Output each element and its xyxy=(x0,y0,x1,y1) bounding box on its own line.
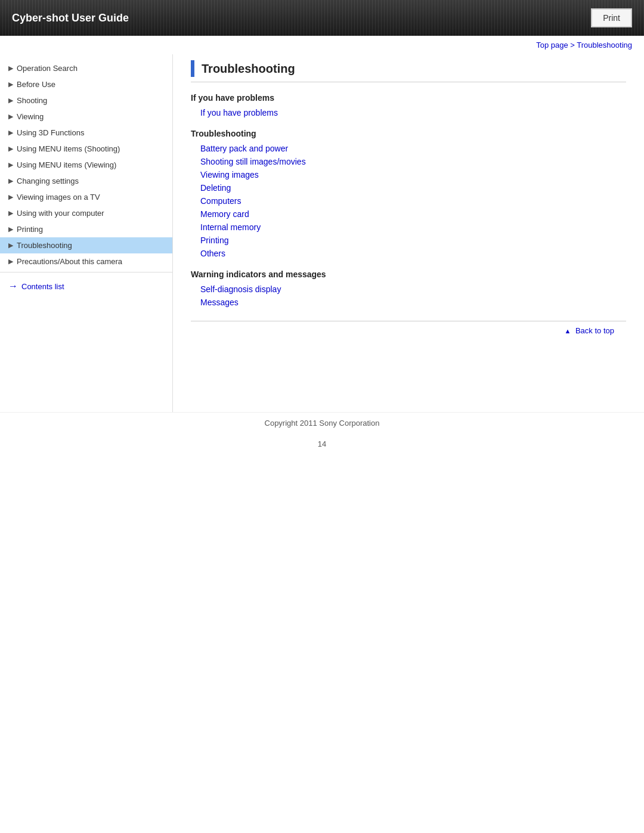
main-layout: ▶Operation Search▶Before Use▶Shooting▶Vi… xyxy=(0,54,644,412)
sidebar-item-using-menu-shooting[interactable]: ▶Using MENU items (Shooting) xyxy=(0,141,172,157)
sidebar-item-troubleshooting[interactable]: ▶Troubleshooting xyxy=(0,237,172,253)
section-heading-warning-indicators: Warning indicators and messages xyxy=(191,270,626,279)
content-link-battery-power[interactable]: Battery pack and power xyxy=(191,142,626,155)
breadcrumb: Top page > Troubleshooting xyxy=(0,36,644,54)
sidebar-item-viewing-images-tv[interactable]: ▶Viewing images on a TV xyxy=(0,189,172,205)
sidebar-item-label-troubleshooting: Troubleshooting xyxy=(17,241,166,250)
sidebar-item-label-using-3d: Using 3D Functions xyxy=(17,128,166,137)
content-link-computers[interactable]: Computers xyxy=(191,194,626,208)
content-area: Troubleshooting If you have problemsIf y… xyxy=(173,54,644,412)
content-link-internal-memory[interactable]: Internal memory xyxy=(191,221,626,234)
sidebar-arrow-icon: ▶ xyxy=(8,97,13,104)
sidebar-item-precautions[interactable]: ▶Precautions/About this camera xyxy=(0,253,172,270)
page-title: Troubleshooting xyxy=(202,62,295,76)
sidebar-item-label-operation-search: Operation Search xyxy=(17,64,166,73)
sidebar-item-label-using-computer: Using with your computer xyxy=(17,209,166,218)
sidebar-item-using-menu-viewing[interactable]: ▶Using MENU items (Viewing) xyxy=(0,157,172,173)
sidebar-arrow-icon: ▶ xyxy=(8,258,13,265)
sidebar-item-label-changing-settings: Changing settings xyxy=(17,176,166,185)
sidebar-item-using-computer[interactable]: ▶Using with your computer xyxy=(0,205,172,221)
sidebar: ▶Operation Search▶Before Use▶Shooting▶Vi… xyxy=(0,54,173,412)
sidebar-divider xyxy=(0,272,172,272)
sidebar-arrow-icon: ▶ xyxy=(8,64,13,72)
content-link-viewing-images[interactable]: Viewing images xyxy=(191,168,626,181)
back-to-top-icon: ▲ xyxy=(564,327,571,335)
sidebar-arrow-icon: ▶ xyxy=(8,209,13,217)
print-button[interactable]: Print xyxy=(591,8,632,27)
content-link-shooting-still[interactable]: Shooting still images/movies xyxy=(191,155,626,168)
app-title: Cyber-shot User Guide xyxy=(0,12,141,24)
sidebar-arrow-icon: ▶ xyxy=(8,145,13,153)
content-link-printing[interactable]: Printing xyxy=(191,234,626,247)
breadcrumb-link[interactable]: Top page > Troubleshooting xyxy=(536,41,632,49)
sidebar-item-changing-settings[interactable]: ▶Changing settings xyxy=(0,173,172,189)
sidebar-arrow-icon: ▶ xyxy=(8,241,13,249)
content-link-deleting[interactable]: Deleting xyxy=(191,181,626,194)
sidebar-item-viewing[interactable]: ▶Viewing xyxy=(0,109,172,125)
back-to-top-link[interactable]: ▲ Back to top xyxy=(564,326,614,335)
content-link-messages[interactable]: Messages xyxy=(191,296,626,309)
copyright-text: Copyright 2011 Sony Corporation xyxy=(265,419,380,428)
sidebar-arrow-icon: ▶ xyxy=(8,129,13,137)
page-number: 14 xyxy=(0,433,644,454)
sidebar-item-label-precautions: Precautions/About this camera xyxy=(17,257,166,266)
sidebar-item-label-shooting: Shooting xyxy=(17,96,166,105)
sidebar-item-label-using-menu-shooting: Using MENU items (Shooting) xyxy=(17,144,166,153)
sidebar-item-using-3d[interactable]: ▶Using 3D Functions xyxy=(0,125,172,141)
back-to-top-label: Back to top xyxy=(575,326,614,335)
sidebar-item-label-viewing: Viewing xyxy=(17,112,166,121)
sidebar-arrow-icon: ▶ xyxy=(8,80,13,88)
sidebar-item-label-printing: Printing xyxy=(17,225,166,234)
sidebar-item-shooting[interactable]: ▶Shooting xyxy=(0,92,172,109)
sidebar-arrow-icon: ▶ xyxy=(8,193,13,201)
title-accent xyxy=(191,60,194,77)
page-number-value: 14 xyxy=(318,439,326,448)
sidebar-item-operation-search[interactable]: ▶Operation Search xyxy=(0,60,172,76)
contents-list-link[interactable]: → Contents list xyxy=(0,275,172,298)
content-link-if-problems-link[interactable]: If you have problems xyxy=(191,106,626,119)
contents-list-arrow-icon: → xyxy=(8,281,18,292)
section-heading-if-you-have-problems: If you have problems xyxy=(191,93,626,103)
contents-list-label: Contents list xyxy=(21,282,64,291)
content-link-others[interactable]: Others xyxy=(191,247,626,260)
copyright-footer: Copyright 2011 Sony Corporation xyxy=(0,412,644,433)
sidebar-arrow-icon: ▶ xyxy=(8,177,13,185)
footer-area: ▲ Back to top xyxy=(191,321,626,340)
page-title-row: Troubleshooting xyxy=(191,60,626,82)
content-link-memory-card[interactable]: Memory card xyxy=(191,208,626,221)
sidebar-item-label-using-menu-viewing: Using MENU items (Viewing) xyxy=(17,160,166,169)
section-heading-troubleshooting-section: Troubleshooting xyxy=(191,129,626,138)
sidebar-item-label-viewing-images-tv: Viewing images on a TV xyxy=(17,193,166,202)
sidebar-item-printing[interactable]: ▶Printing xyxy=(0,221,172,237)
sidebar-arrow-icon: ▶ xyxy=(8,161,13,169)
sidebar-item-label-before-use: Before Use xyxy=(17,80,166,89)
sidebar-arrow-icon: ▶ xyxy=(8,225,13,233)
sidebar-item-before-use[interactable]: ▶Before Use xyxy=(0,76,172,92)
content-link-self-diagnosis[interactable]: Self-diagnosis display xyxy=(191,283,626,296)
header: Cyber-shot User Guide Print xyxy=(0,0,644,36)
sidebar-arrow-icon: ▶ xyxy=(8,113,13,120)
